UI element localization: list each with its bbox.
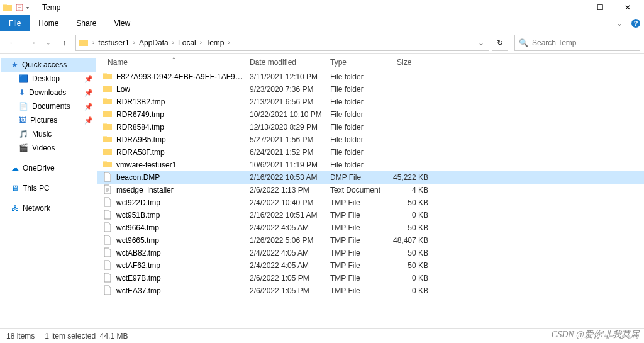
breadcrumb[interactable]: › testuser1 › AppData › Local › Temp › ⌄ [75,35,489,51]
qat-dropdown-icon[interactable]: ▾ [26,5,29,11]
file-type: File folder [325,148,392,157]
forward-button[interactable]: → [24,34,42,52]
file-row[interactable]: RDR13B2.tmp2/13/2021 6:56 PMFile folder [97,96,644,108]
cloud-icon: ☁ [11,164,19,172]
file-size: 0 KB [392,211,433,220]
file-row[interactable]: wct922D.tmp2/4/2022 10:40 PMTMP File50 K… [97,196,644,209]
search-icon: 🔍 [519,38,528,47]
file-row[interactable]: msedge_installer2/6/2022 1:13 PMText Doc… [97,184,644,196]
recent-dropdown-icon[interactable]: ⌄ [44,34,53,52]
minimize-button[interactable]: ─ [558,0,586,15]
star-icon: ★ [11,60,18,69]
nav-quick-access[interactable]: ★ Quick access [1,58,96,72]
column-type[interactable]: Type [325,58,392,67]
nav-item-documents[interactable]: 📄Documents📌 [0,99,97,113]
nav-icon: 🎬 [19,143,28,152]
file-row[interactable]: beacon.DMP2/16/2022 10:53 AMDMP File45,2… [97,171,644,184]
file-type: TMP File [325,211,392,220]
file-type: Text Document [325,186,392,194]
file-row[interactable]: RDRA9B5.tmp5/27/2021 1:56 PMFile folder [97,133,644,146]
folder-icon [103,147,113,159]
file-row[interactable]: wctE97B.tmp2/6/2022 1:05 PMTMP File0 KB [97,272,644,284]
nav-item-downloads[interactable]: ⬇Downloads📌 [0,86,97,99]
file-size: 45,222 KB [392,173,433,182]
file-row[interactable]: wct951B.tmp2/16/2022 10:51 AMTMP File0 K… [97,209,644,222]
file-date: 2/4/2022 10:40 PM [245,198,325,207]
search-input[interactable] [532,38,636,47]
back-button[interactable]: ← [4,34,21,52]
up-button[interactable]: ↑ [55,34,73,52]
file-row[interactable]: RDR8584.tmp12/13/2020 8:29 PMFile folder [97,121,644,133]
folder-icon [103,121,113,133]
address-dropdown-icon[interactable]: ⌄ [474,38,489,47]
file-size: 48,407 KB [392,236,433,245]
close-button[interactable]: ✕ [614,0,641,15]
tab-share[interactable]: Share [67,15,105,31]
file-row[interactable]: RDR6749.tmp10/22/2021 10:10 PMFile folde… [97,108,644,121]
column-headers: Name⌃ Date modified Type Size [97,54,644,70]
window-title: Temp [42,3,60,12]
nav-label: Network [23,204,50,213]
folder-icon [103,109,113,121]
file-name: msedge_installer [116,186,245,194]
nav-onedrive[interactable]: ☁ OneDrive [0,161,97,175]
folder-icon [103,159,113,171]
file-row[interactable]: RDRA58F.tmp6/24/2021 1:52 PMFile folder [97,146,644,159]
tab-file[interactable]: File [0,15,30,31]
column-date[interactable]: Date modified [245,58,325,67]
help-icon[interactable]: ? [628,15,644,31]
file-row[interactable]: wct9664.tmp2/4/2022 4:05 AMTMP File50 KB [97,222,644,234]
status-item-count: 18 items [6,332,35,340]
nav-item-videos[interactable]: 🎬Videos [0,141,97,155]
file-row[interactable]: Low9/23/2020 7:36 PMFile folder [97,83,644,96]
nav-label: OneDrive [23,164,55,172]
file-date: 2/16/2022 10:51 AM [245,211,325,220]
pin-icon: 📌 [84,116,93,125]
nav-network[interactable]: 🖧 Network [0,201,97,215]
folder-icon [3,3,13,13]
chevron-right-icon[interactable]: › [132,39,136,46]
file-row[interactable]: wctAF62.tmp2/4/2022 4:05 AMTMP File50 KB [97,259,644,272]
file-date: 2/6/2022 1:05 PM [245,274,325,283]
file-name: RDR6749.tmp [116,110,245,119]
chevron-right-icon[interactable]: › [171,39,175,46]
breadcrumb-item[interactable]: testuser1 [96,38,131,47]
file-row[interactable]: F827A993-D942-4EBF-A9EF-1AF93D2E813F3/11… [97,70,644,83]
nav-icon: 🖼 [19,116,26,125]
file-icon [103,210,113,222]
tab-home[interactable]: Home [30,15,67,31]
pin-icon: 📌 [84,103,93,111]
nav-item-music[interactable]: 🎵Music [0,127,97,141]
search-box[interactable]: 🔍 [514,35,640,51]
network-icon: 🖧 [11,204,19,213]
nav-label: Quick access [22,60,67,69]
tab-view[interactable]: View [105,15,139,31]
nav-item-desktop[interactable]: 🟦Desktop📌 [0,72,97,86]
nav-this-pc[interactable]: 🖥 This PC [0,181,97,195]
file-size: 4 KB [392,186,433,194]
file-name: Low [116,85,245,94]
chevron-right-icon[interactable]: › [226,39,231,46]
column-size[interactable]: Size [392,58,438,67]
column-name[interactable]: Name⌃ [103,58,245,67]
title-bar: ▾ Temp ─ ☐ ✕ [0,0,644,15]
navigation-pane: ★ Quick access 🟦Desktop📌⬇Downloads📌📄Docu… [0,54,97,328]
file-row[interactable]: wctAB82.tmp2/4/2022 4:05 AMTMP File50 KB [97,247,644,259]
file-type: TMP File [325,223,392,232]
ribbon-expand-icon[interactable]: ⌄ [611,15,628,31]
maximize-button[interactable]: ☐ [586,0,614,15]
file-row[interactable]: wctEA37.tmp2/6/2022 1:05 PMTMP File0 KB [97,284,644,297]
breadcrumb-item[interactable]: Temp [203,38,226,47]
chevron-right-icon[interactable]: › [199,39,203,46]
nav-item-pictures[interactable]: 🖼Pictures📌 [0,113,97,127]
file-size: 50 KB [392,261,433,270]
breadcrumb-item[interactable]: AppData [136,38,171,47]
file-row[interactable]: vmware-testuser110/6/2021 11:19 PMFile f… [97,159,644,171]
file-size: 50 KB [392,249,433,257]
nav-icon: ⬇ [19,88,25,97]
file-row[interactable]: wct9665.tmp1/26/2022 5:06 PMTMP File48,4… [97,234,644,247]
properties-icon[interactable] [15,3,24,13]
chevron-right-icon[interactable]: › [91,39,96,46]
refresh-button[interactable]: ↻ [492,35,508,51]
breadcrumb-item[interactable]: Local [175,38,199,47]
